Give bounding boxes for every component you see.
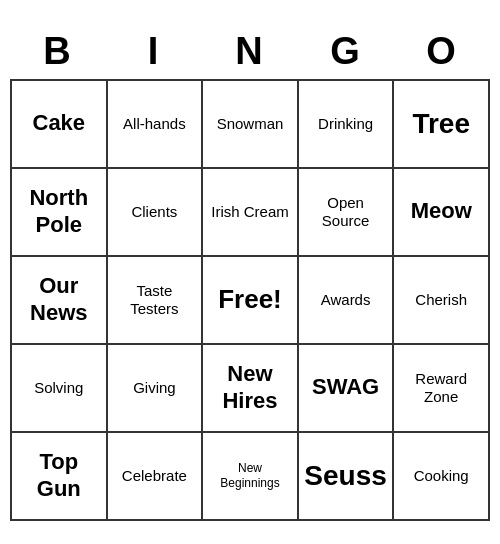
bingo-cell: Cherish	[394, 257, 490, 345]
bingo-cell: North Pole	[12, 169, 108, 257]
bingo-cell: Giving	[108, 345, 204, 433]
header-letter: G	[298, 24, 394, 79]
bingo-cell: Top Gun	[12, 433, 108, 521]
bingo-cell: Snowman	[203, 81, 299, 169]
bingo-cell: Irish Cream	[203, 169, 299, 257]
bingo-cell: Cooking	[394, 433, 490, 521]
bingo-cell: Awards	[299, 257, 395, 345]
bingo-grid: CakeAll-handsSnowmanDrinkingTreeNorth Po…	[10, 79, 490, 521]
bingo-cell: Taste Testers	[108, 257, 204, 345]
header-letter: I	[106, 24, 202, 79]
bingo-cell: Tree	[394, 81, 490, 169]
header-letter: O	[394, 24, 490, 79]
bingo-cell: Open Source	[299, 169, 395, 257]
bingo-cell: Celebrate	[108, 433, 204, 521]
bingo-cell: Cake	[12, 81, 108, 169]
bingo-cell: Free!	[203, 257, 299, 345]
header-letter: B	[10, 24, 106, 79]
bingo-cell: New Hires	[203, 345, 299, 433]
bingo-card: BINGO CakeAll-handsSnowmanDrinkingTreeNo…	[10, 24, 490, 521]
bingo-cell: SWAG	[299, 345, 395, 433]
bingo-cell: New Beginnings	[203, 433, 299, 521]
bingo-cell: All-hands	[108, 81, 204, 169]
header-letter: N	[202, 24, 298, 79]
bingo-cell: Meow	[394, 169, 490, 257]
bingo-header: BINGO	[10, 24, 490, 79]
bingo-cell: Clients	[108, 169, 204, 257]
bingo-cell: Solving	[12, 345, 108, 433]
bingo-cell: Our News	[12, 257, 108, 345]
bingo-cell: Seuss	[299, 433, 395, 521]
bingo-cell: Reward Zone	[394, 345, 490, 433]
bingo-cell: Drinking	[299, 81, 395, 169]
